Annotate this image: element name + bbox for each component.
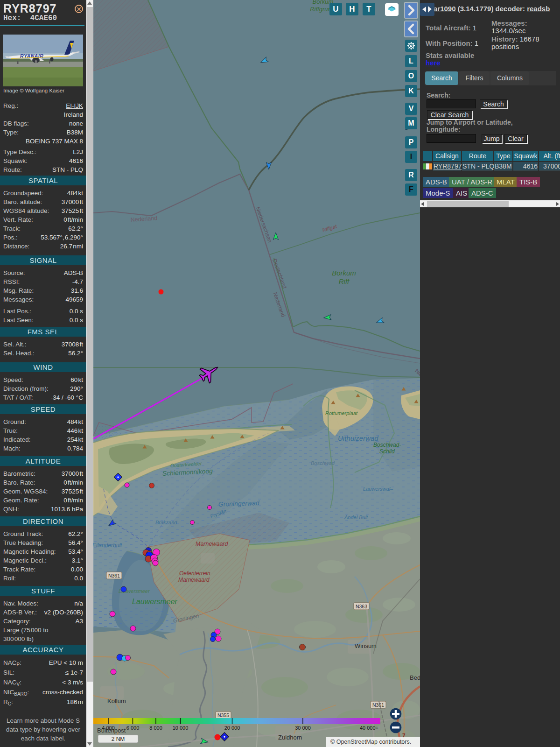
- svg-text:Riff: Riff: [339, 277, 350, 285]
- svg-text:Lauwersmeer: Lauwersmeer: [132, 598, 178, 606]
- svg-text:Marnewaard: Marnewaard: [196, 541, 229, 547]
- svg-text:Uithuizerwad: Uithuizerwad: [338, 434, 378, 442]
- svg-text:Kollum: Kollum: [107, 698, 126, 705]
- svg-text:Boschwad-: Boschwad-: [373, 442, 401, 448]
- svg-text:Boschwad: Boschwad: [311, 460, 335, 466]
- svg-text:Eilanderbult: Eilanderbult: [93, 542, 122, 549]
- svg-text:Oefenterrein: Oefenterrein: [179, 570, 210, 577]
- svg-text:© OpenStreetMap contributors.: © OpenStreetMap contributors.: [330, 739, 411, 745]
- svg-text:Andel Bult: Andel Bult: [344, 514, 368, 520]
- svg-text:40 000+: 40 000+: [360, 725, 378, 731]
- svg-text:Borkum: Borkum: [332, 269, 356, 277]
- svg-text:Brakzand: Brakzand: [155, 520, 177, 525]
- svg-text:N361: N361: [372, 702, 384, 708]
- svg-text:Riffgrun: Riffgrun: [310, 6, 331, 13]
- svg-text:N355: N355: [217, 712, 229, 718]
- svg-text:10 000: 10 000: [173, 725, 189, 731]
- svg-text:Bed: Bed: [410, 674, 420, 681]
- svg-text:6 000: 6 000: [126, 725, 140, 731]
- svg-text:Winsum: Winsum: [355, 642, 377, 649]
- svg-text:30 000: 30 000: [295, 725, 311, 731]
- svg-text:Groningerwad: Groningerwad: [218, 499, 260, 508]
- svg-text:Marnewaard: Marnewaard: [178, 577, 210, 583]
- svg-text:8 000: 8 000: [149, 725, 162, 731]
- svg-text:20 000: 20 000: [224, 725, 240, 731]
- svg-text:Schild: Schild: [379, 448, 395, 455]
- svg-text:Zuidhorn: Zuidhorn: [278, 734, 302, 741]
- svg-text:Lauwerswal–: Lauwerswal–: [363, 486, 393, 492]
- svg-text:4 000: 4 000: [102, 725, 115, 731]
- svg-text:N361: N361: [108, 573, 120, 578]
- svg-text:N363: N363: [356, 604, 367, 609]
- svg-text:Rottumerplaat: Rottumerplaat: [325, 410, 358, 416]
- svg-text:2 NM: 2 NM: [112, 736, 125, 742]
